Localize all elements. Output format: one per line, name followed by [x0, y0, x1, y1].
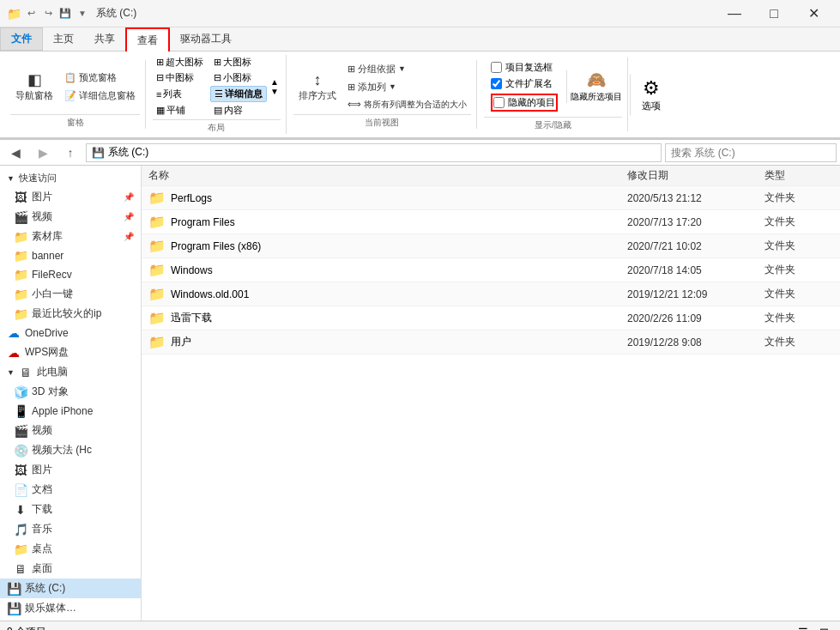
view-medium[interactable]: ⊟中图标 — [153, 70, 209, 85]
show-hide-checkboxes: 项目复选框 文件扩展名 隐藏的项目 — [484, 58, 565, 115]
file-name: 📁 用户 — [148, 334, 627, 350]
videos-icon: 🎬 — [14, 424, 27, 438]
layout-scroll[interactable]: ▲ ▼ — [269, 77, 281, 96]
forward-button[interactable]: ▶ — [31, 142, 55, 163]
group-by-button[interactable]: ⊞ 分组依据 ▼ — [343, 61, 471, 77]
sidebar-item-wps[interactable]: ☁ WPS网盘 — [0, 342, 141, 362]
undo-icon[interactable]: ↩ — [24, 7, 38, 21]
window-title: 系统 (C:) — [96, 6, 715, 21]
music-icon: 🎵 — [14, 523, 27, 536]
view-small[interactable]: ⊟小图标 — [210, 70, 267, 85]
fit-columns-button[interactable]: ⟺ 将所有列调整为合适的大小 — [343, 97, 471, 112]
pictures-icon: 🖼 — [14, 191, 27, 204]
view-extra-large[interactable]: ⊞超大图标 — [153, 55, 209, 70]
sidebar-item-onedrive[interactable]: ☁ OneDrive — [0, 324, 141, 342]
file-row[interactable]: 📁 Windows.old.001 2019/12/21 12:09 文件夹 — [142, 282, 840, 306]
up-button[interactable]: ↑ — [58, 142, 82, 163]
folder-icon: 📁 — [148, 334, 166, 350]
file-name: 📁 Windows — [148, 262, 627, 278]
status-large-view[interactable]: ⊞ — [814, 625, 833, 631]
view-content[interactable]: ▤内容 — [210, 103, 267, 118]
details-pane-button[interactable]: 📝 详细信息窗格 — [60, 88, 140, 104]
sidebar-item-xbyjian[interactable]: 📁 小白一键 — [7, 284, 141, 304]
add-col-icon: ⊞ — [347, 82, 355, 93]
c-drive-icon: 💾 — [7, 582, 21, 596]
sidebar-item-music[interactable]: 🎵 音乐 — [7, 519, 141, 539]
options-button[interactable]: ⚙ 选项 — [630, 74, 673, 116]
layout-options: ⊞超大图标 ⊞大图标 ⊟中图标 ⊟小图标 ≡列表 ☰详细信息 — [153, 55, 267, 118]
sort-icon: ↕ — [313, 71, 321, 89]
sidebar-item-videos-qa[interactable]: 🎬 视频 📌 — [7, 207, 141, 227]
hidden-items-checkbox-row: 隐藏的项目 — [491, 94, 558, 112]
sidebar-item-zhuodian[interactable]: 📁 桌点 — [7, 539, 141, 559]
file-row[interactable]: 📁 迅雷下载 2020/2/26 11:09 文件夹 — [142, 306, 840, 330]
sidebar-item-video-hc[interactable]: 💿 视频大法 (Hc — [7, 440, 141, 460]
preview-pane-button[interactable]: 📋 预览窗格 — [60, 70, 140, 86]
nav-pane-icon: ◧ — [27, 70, 42, 89]
sidebar-item-apple-iphone[interactable]: 📱 Apple iPhone — [7, 402, 141, 421]
back-button[interactable]: ◀ — [3, 142, 27, 163]
folder-icon: 📁 — [148, 310, 166, 326]
tab-home[interactable]: 主页 — [43, 27, 84, 51]
sidebar-item-videos[interactable]: 🎬 视频 — [7, 421, 141, 440]
minimize-button[interactable]: — — [715, 0, 754, 27]
tab-file[interactable]: 文件 — [0, 27, 43, 51]
app-icon: 📁 — [7, 7, 21, 21]
tab-share[interactable]: 共享 — [84, 27, 125, 51]
hide-selected-button[interactable]: 隐藏所选项目 — [571, 91, 622, 103]
sidebar-item-desktop[interactable]: 🖥 桌面 — [7, 559, 141, 579]
file-row[interactable]: 📁 PerfLogs 2020/5/13 21:12 文件夹 — [142, 186, 840, 210]
recent-icon: 📁 — [14, 307, 27, 321]
item-checkbox[interactable] — [491, 62, 502, 73]
sidebar-item-filerecv[interactable]: 📁 FileRecv — [7, 265, 141, 284]
hide-icon: 🙈 — [587, 70, 606, 89]
file-row[interactable]: 📁 Program Files 2020/7/13 17:20 文件夹 — [142, 210, 840, 234]
group-chevron: ▼ — [398, 64, 406, 73]
sidebar-item-c-drive[interactable]: 💾 系统 (C:) — [0, 579, 141, 598]
d-drive-icon: 💾 — [7, 602, 21, 615]
tab-view[interactable]: 查看 — [125, 27, 170, 51]
tab-drive-tools[interactable]: 驱动器工具 — [170, 27, 242, 51]
view-large[interactable]: ⊞大图标 — [210, 55, 267, 70]
sidebar-item-material[interactable]: 📁 素材库 📌 — [7, 227, 141, 246]
options-icon: ⚙ — [643, 77, 660, 100]
extension-checkbox[interactable] — [491, 78, 502, 89]
dropdown-icon[interactable]: ▼ — [76, 7, 89, 21]
nav-pane-button[interactable]: ◧ 导航窗格 — [10, 61, 58, 112]
address-bar: ◀ ▶ ↑ 💾 系统 (C:) — [0, 140, 840, 166]
sidebar-quick-access-header[interactable]: ▼ 快速访问 — [0, 169, 141, 187]
add-column-button[interactable]: ⊞ 添加列 ▼ — [343, 79, 471, 95]
ribbon: 文件 主页 共享 查看 驱动器工具 ◧ 导航窗格 📋 — [0, 27, 840, 140]
status-details-view[interactable]: ☰ — [794, 625, 813, 631]
sidebar-item-downloads[interactable]: ⬇ 下载 — [7, 500, 141, 519]
maximize-button[interactable]: □ — [754, 0, 794, 27]
img-icon: 🖼 — [14, 463, 27, 477]
sidebar-item-docs[interactable]: 📄 文档 — [7, 480, 141, 500]
close-button[interactable]: ✕ — [794, 0, 833, 27]
file-row[interactable]: 📁 Program Files (x86) 2020/7/21 10:02 文件… — [142, 234, 840, 258]
hidden-items-checkbox[interactable] — [493, 97, 505, 108]
sidebar-item-img[interactable]: 🖼 图片 — [7, 460, 141, 480]
view-details[interactable]: ☰详细信息 — [210, 86, 267, 102]
file-row[interactable]: 📁 Windows 2020/7/18 14:05 文件夹 — [142, 258, 840, 282]
sidebar-item-d-drive[interactable]: 💾 娱乐媒体… — [0, 598, 141, 618]
file-row[interactable]: 📁 用户 2019/12/28 9:08 文件夹 — [142, 330, 840, 354]
folder-icon: 📁 — [148, 214, 166, 230]
redo-icon[interactable]: ↪ — [41, 7, 55, 21]
address-path[interactable]: 💾 系统 (C:) — [86, 143, 662, 162]
save-icon[interactable]: 💾 — [58, 7, 72, 21]
sort-by-button[interactable]: ↕ 排序方式 — [293, 61, 341, 112]
view-tile[interactable]: ▦平铺 — [153, 103, 209, 118]
sidebar-item-this-pc[interactable]: ▼ 🖥 此电脑 — [0, 362, 141, 382]
sidebar-item-3d[interactable]: 🧊 3D 对象 — [7, 382, 141, 402]
xbyjian-icon: 📁 — [14, 288, 27, 301]
pin-icon-3: 📌 — [124, 232, 134, 241]
sidebar-item-recent[interactable]: 📁 最近比较火的ip — [7, 304, 141, 324]
sidebar-item-pictures[interactable]: 🖼 图片 📌 — [7, 187, 141, 207]
view-list[interactable]: ≡列表 — [153, 86, 209, 102]
folder-icon: 📁 — [148, 238, 166, 254]
banner-icon: 📁 — [14, 249, 27, 263]
sidebar-item-banner[interactable]: 📁 banner — [7, 246, 141, 265]
iphone-icon: 📱 — [14, 404, 27, 418]
search-input[interactable] — [665, 143, 837, 162]
